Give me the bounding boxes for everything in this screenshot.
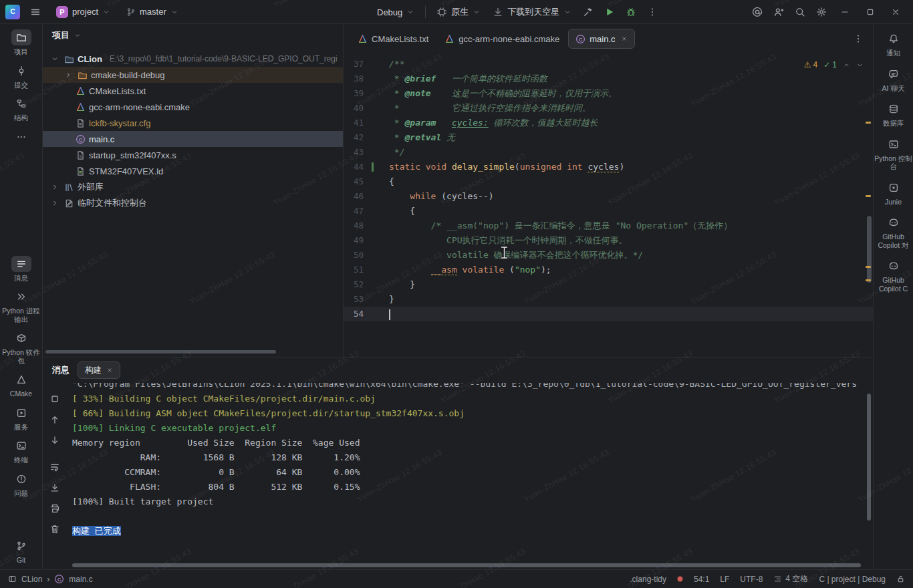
code-line: 39 * @note 这是一个不精确的阻塞延时，仅用于演示。 [344, 86, 873, 101]
mentions-button[interactable] [747, 3, 767, 21]
tree-row[interactable]: cmake-build-debug [43, 67, 343, 83]
tree-row[interactable]: Cmain.c [43, 131, 343, 147]
run-config-button[interactable]: Debug [372, 3, 420, 21]
tool-stripe-item-python-console[interactable]: Python 控制台 [874, 135, 913, 172]
editor-tab[interactable]: gcc-arm-none-eabi.cmake [437, 29, 567, 49]
code-editor[interactable]: ⚠4 ✓1 37/**38 * @brief 一个简单的软件延时函数39 * @… [344, 53, 873, 357]
editor-tab[interactable]: CMakeLists.txt [350, 29, 436, 49]
build-tab-close-icon[interactable] [106, 367, 113, 374]
problems-icon [16, 474, 27, 484]
add-user-button[interactable] [769, 3, 789, 21]
console-vertical-scrollbar[interactable] [867, 394, 871, 521]
project-panel-header[interactable]: 项目 [43, 24, 343, 47]
tool-stripe-item-ai-chat[interactable]: AI 聊天 [874, 65, 913, 94]
database-icon [888, 104, 899, 114]
tree-row[interactable]: Sstartup_stm32f407xx.s [43, 147, 343, 163]
tab-options-button[interactable] [849, 29, 868, 48]
console-stop-button[interactable] [48, 392, 61, 406]
inspections-widget[interactable]: ⚠4 ✓1 [804, 57, 864, 72]
debug-button[interactable] [621, 3, 641, 21]
console-clear-button[interactable] [48, 523, 61, 536]
task-button[interactable]: 下载到天空星 [487, 3, 577, 21]
breadcrumb[interactable]: CLion › C main.c [8, 574, 93, 584]
editor-area[interactable]: CMakeLists.txtgcc-arm-none-eabi.cmakeCma… [344, 24, 873, 357]
console-line: 构建 已完成 [72, 524, 862, 539]
indent-widget[interactable]: 4 空格 [773, 573, 808, 585]
tree-row[interactable]: CMakeLists.txt [43, 83, 343, 99]
maximize-button[interactable] [858, 3, 882, 21]
tool-stripe-item-commit[interactable]: 提交 [2, 61, 41, 91]
tree-row[interactable]: gcc-arm-none-eabi.cmake [43, 99, 343, 115]
tool-stripe-item-python-output[interactable]: Python 进程输出 [2, 287, 41, 325]
warning-stripe-mark[interactable] [866, 279, 871, 281]
tool-stripe-item-problems[interactable]: 问题 [2, 470, 41, 499]
tool-stripe-item-more-tools[interactable] [2, 128, 41, 146]
tool-stripe-item-database[interactable]: 数据库 [874, 100, 913, 129]
console-horizontal-scrollbar[interactable] [72, 563, 861, 567]
warning-stripe-mark[interactable] [866, 266, 871, 268]
write-access-widget[interactable] [896, 575, 905, 583]
project-widget[interactable]: P project [51, 3, 116, 21]
tree-row[interactable]: CLionE:\3_repo\0_fdb\1_tutorial-code\9-B… [43, 51, 343, 67]
clang-tidy-widget[interactable]: .clang-tidy [630, 575, 666, 584]
analysis-status-widget[interactable] [677, 576, 683, 582]
encoding-widget[interactable]: UTF-8 [740, 575, 763, 584]
build-console[interactable]: "C:\Program Files\JetBrains\CLion 2025.1… [72, 383, 862, 560]
search-everywhere-button[interactable] [790, 3, 810, 21]
build-button[interactable] [578, 3, 598, 21]
close-button[interactable] [884, 3, 908, 21]
tool-stripe-label: 项目 [14, 47, 28, 56]
run-button[interactable] [600, 3, 620, 21]
minimize-button[interactable] [833, 3, 857, 21]
tool-stripe-item-project[interactable]: 项目 [2, 28, 41, 57]
caret-position-widget[interactable]: 54:1 [694, 575, 709, 584]
tree-item-label: CMakeLists.txt [89, 86, 146, 96]
build-console-output: "C:\Program Files\JetBrains\CLion 2025.1… [72, 383, 862, 539]
line-separator-widget[interactable]: LF [720, 575, 729, 584]
console-arrow-up-button[interactable] [48, 413, 61, 426]
cmake-file-icon [358, 34, 368, 44]
passed-count: ✓1 [823, 57, 837, 72]
tree-row[interactable]: 外部库 [43, 179, 343, 195]
project-horizontal-scrollbar[interactable] [45, 350, 276, 353]
settings-button[interactable] [811, 3, 831, 21]
status-bar: CLion › C main.c .clang-tidy54:1LFUTF-84… [0, 569, 913, 588]
console-arrow-down-button[interactable] [48, 434, 61, 447]
target-button[interactable]: 原生 [431, 3, 486, 21]
run-context-widget[interactable]: C | project | Debug [819, 575, 886, 584]
editor-tab-label: gcc-arm-none-eabi.cmake [459, 34, 559, 44]
tool-stripe-item-terminal[interactable]: 终端 [2, 436, 41, 466]
prev-problem-button[interactable] [843, 61, 850, 69]
tree-row[interactable]: 临时文件和控制台 [43, 195, 343, 211]
tool-stripe-item-notifications[interactable]: 通知 [874, 29, 913, 59]
tool-stripe-item-cmake[interactable]: CMake [2, 370, 41, 400]
tool-stripe-item-junie[interactable]: Junie [874, 178, 913, 208]
tree-row[interactable]: lckfb-skystar.cfg [43, 115, 343, 131]
vcs-branch-widget[interactable]: master [121, 3, 184, 21]
clang-tidy-label: .clang-tidy [630, 575, 666, 584]
console-soft-wrap-button[interactable] [48, 460, 61, 474]
chevron-down-icon [102, 8, 110, 16]
tool-stripe-item-services[interactable]: 服务 [2, 404, 41, 433]
main-menu-button[interactable] [25, 3, 45, 21]
editor-tab[interactable]: Cmain.c [568, 29, 634, 49]
tool-stripe-label: 通知 [886, 49, 900, 57]
tool-stripe-item-messages[interactable]: 消息 [2, 255, 41, 284]
warning-stripe-mark[interactable] [866, 122, 871, 124]
warning-stripe-mark[interactable] [866, 195, 871, 197]
tool-stripe-item-copilot-chat[interactable]: GitHub Copilot 对 [874, 213, 913, 251]
tree-row[interactable]: STM32F407VEX.ld [43, 163, 343, 179]
tool-stripe-item-structure[interactable]: 结构 [2, 94, 41, 124]
console-scroll-end-button[interactable] [48, 481, 61, 494]
tool-stripe-label: Junie [885, 198, 902, 206]
tool-stripe-item-git[interactable]: Git [2, 537, 41, 566]
console-print-button[interactable] [48, 502, 61, 515]
more-actions-button[interactable] [642, 3, 662, 21]
indent-label: 4 空格 [785, 573, 808, 585]
tool-stripe-item-python-packages[interactable]: Python 软件包 [2, 329, 41, 366]
build-tab[interactable]: 构建 [78, 361, 120, 379]
next-problem-button[interactable] [856, 61, 864, 69]
tool-stripe-label: 服务 [14, 423, 28, 432]
tool-stripe-item-copilot-completions[interactable]: GitHub Copilot C [874, 257, 913, 294]
tab-close-icon[interactable] [621, 35, 628, 42]
